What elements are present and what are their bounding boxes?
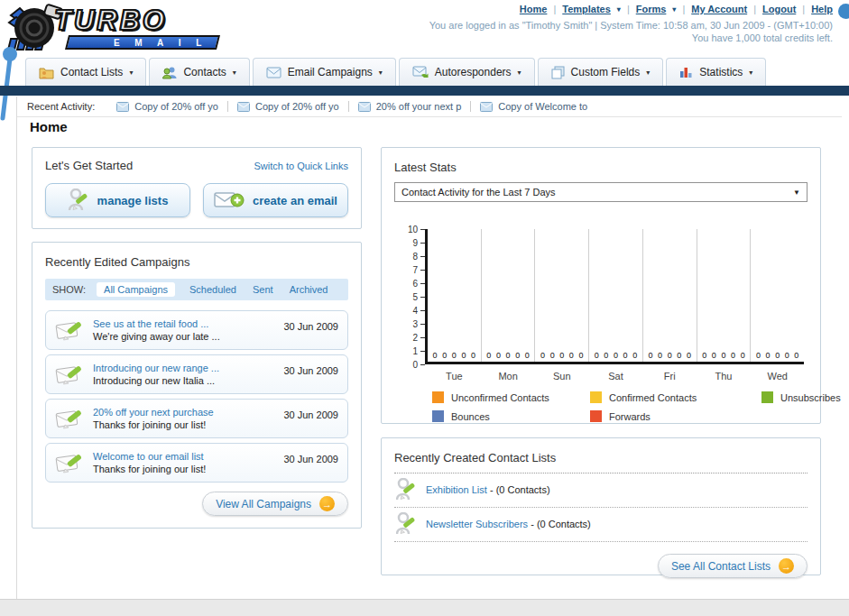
- view-all-campaigns-label: View All Campaigns: [216, 498, 311, 510]
- nav-link-logout[interactable]: Logout: [762, 4, 796, 14]
- y-tick-label: 0: [412, 360, 418, 370]
- campaign-filter[interactable]: Scheduled: [188, 282, 238, 297]
- contact-lists-title: Recently Created Contact Lists: [394, 451, 556, 464]
- nav-link-forms[interactable]: Forms: [636, 4, 667, 14]
- nav-separator: |: [682, 4, 685, 14]
- see-all-contact-lists-button[interactable]: See All Contact Lists →: [658, 554, 807, 578]
- view-all-campaigns-button[interactable]: View All Campaigns →: [202, 492, 348, 516]
- legend-label: Bounces: [451, 411, 490, 422]
- envelope-icon: [116, 102, 129, 112]
- y-tick-mark: [420, 337, 425, 338]
- campaign-subtitle: Thanks for joining our list!: [93, 464, 274, 474]
- nav-divider-bar: [0, 86, 849, 96]
- legend-label: Unsubscribes: [780, 392, 841, 403]
- campaign-filter[interactable]: All Campaigns: [97, 282, 175, 297]
- nav-link-help[interactable]: Help: [811, 4, 833, 14]
- chart-day-group: 00000Wed: [750, 229, 804, 362]
- y-tick-label: 2: [412, 333, 418, 343]
- campaign-subtitle: Introducing our new Italia ...: [93, 375, 274, 386]
- tab-autoresponders[interactable]: Autoresponders ▾: [399, 58, 535, 86]
- person-pencil-icon: [68, 188, 89, 212]
- annotation-dot: [838, 4, 849, 19]
- stats-period-value: Contact Activity for the Last 7 Days: [401, 187, 556, 198]
- recent-activity-item[interactable]: Copy of 20% off yo: [107, 101, 228, 112]
- nav-link-my-account[interactable]: My Account: [691, 4, 747, 14]
- legend-item: Unsubscribes: [761, 391, 841, 403]
- nav-separator: |: [627, 4, 630, 14]
- chart-day-values: 00000: [751, 351, 804, 360]
- envelope-plus-icon: [214, 189, 245, 211]
- campaign-filter[interactable]: Archived: [288, 282, 330, 297]
- chart-day-group: 00000Sun: [534, 229, 588, 362]
- tab-label: Custom Fields: [571, 66, 641, 78]
- chart-day-values: 00000: [697, 351, 751, 360]
- contact-lists-list: Exhibition List - (0 Contacts): [394, 473, 807, 542]
- recently-created-contact-lists-panel: Recently Created Contact Lists Exhibitio…: [381, 437, 821, 575]
- nav-link-templates[interactable]: Templates: [562, 4, 611, 14]
- chart-day-group: 00000Mon: [481, 229, 535, 362]
- campaign-row[interactable]: Introducing our new range ... Introducin…: [45, 354, 348, 394]
- campaign-filter[interactable]: Sent: [251, 282, 275, 297]
- create-email-button[interactable]: create an email: [203, 183, 348, 217]
- legend-label: Unconfirmed Contacts: [451, 392, 549, 403]
- campaign-row[interactable]: 20% off your next purchase Thanks for jo…: [45, 399, 348, 438]
- logged-in-text: You are logged in as "Timothy Smith" | S…: [429, 19, 833, 32]
- y-tick-label: 1: [412, 346, 418, 356]
- campaign-date: 30 Jun 2009: [283, 365, 338, 376]
- switch-quick-links[interactable]: Switch to Quick Links: [254, 161, 348, 171]
- contact-list-link[interactable]: Exhibition List: [426, 484, 487, 495]
- recent-activity-item[interactable]: Copy of 20% off yo: [228, 101, 349, 112]
- chevron-down-icon: ▾: [646, 69, 650, 77]
- brand-email-bar: E M A I L: [65, 35, 220, 50]
- main-nav-tabs: Contact Lists ▾ Contacts ▾ Email Campaig…: [25, 58, 766, 86]
- y-tick: 10: [408, 225, 425, 234]
- campaign-title-link[interactable]: See us at the retail food ...: [93, 318, 274, 329]
- tab-statistics[interactable]: Statistics ▾: [666, 58, 766, 86]
- recent-activity-item-label: Copy of 20% off yo: [255, 101, 339, 112]
- y-tick: 7: [412, 265, 425, 274]
- envelope-arrow-icon: [412, 66, 429, 78]
- recent-activity-label: Recent Activity:: [27, 101, 95, 112]
- manage-lists-button[interactable]: manage lists: [45, 183, 190, 217]
- campaign-title-link[interactable]: 20% off your next purchase: [93, 407, 274, 418]
- y-tick-mark: [420, 283, 425, 284]
- chart-day-group: 00000Thu: [697, 229, 751, 362]
- y-tick-mark: [420, 351, 425, 352]
- chart-day-group: 00000Tue: [428, 229, 481, 362]
- campaign-filter-bar: SHOW: All Campaigns Scheduled Sent Archi…: [45, 279, 348, 300]
- y-tick: 5: [412, 292, 425, 301]
- campaign-title-link[interactable]: Welcome to our email list: [93, 451, 274, 462]
- contact-list-link[interactable]: Newsletter Subscribers: [426, 519, 528, 529]
- chart-day-values: 00000: [643, 351, 697, 360]
- legend-label: Confirmed Contacts: [609, 392, 697, 403]
- tab-custom-fields[interactable]: Custom Fields ▾: [538, 58, 664, 86]
- legend-swatch: [590, 391, 602, 403]
- campaign-list: See us at the retail food ... We're givi…: [45, 310, 348, 483]
- person-pencil-icon: [396, 478, 417, 501]
- tab-contact-lists[interactable]: Contact Lists ▾: [25, 58, 146, 86]
- turbo-email-logo: TURBO E M A I L: [7, 3, 237, 53]
- y-tick: 6: [412, 279, 425, 288]
- contact-list-count: - (0 Contacts): [490, 484, 550, 495]
- tab-label: Email Campaigns: [288, 66, 373, 78]
- chart-day-label: Wed: [751, 371, 804, 382]
- envelope-pencil-icon: [55, 363, 84, 386]
- tab-email-campaigns[interactable]: Email Campaigns ▾: [253, 58, 396, 86]
- tab-contacts[interactable]: Contacts ▾: [149, 58, 249, 86]
- contact-list-item[interactable]: Exhibition List - (0 Contacts): [394, 473, 807, 508]
- recent-activity-item[interactable]: 20% off your next p: [349, 101, 472, 112]
- arrow-right-icon: →: [319, 496, 335, 511]
- chevron-down-icon: ▾: [749, 69, 752, 77]
- get-started-title: Let's Get Started: [45, 159, 133, 172]
- legend-item: Confirmed Contacts: [590, 391, 761, 403]
- campaign-row[interactable]: Welcome to our email list Thanks for joi…: [45, 443, 348, 483]
- recent-activity-item[interactable]: Copy of Welcome to: [471, 101, 596, 112]
- show-label: SHOW:: [52, 284, 86, 295]
- stats-period-select[interactable]: Contact Activity for the Last 7 Days ▼: [394, 182, 807, 202]
- nav-link-home[interactable]: Home: [520, 4, 548, 14]
- y-tick: 0: [412, 360, 425, 369]
- y-tick-mark: [420, 256, 425, 257]
- contact-list-item[interactable]: Newsletter Subscribers - (0 Contacts): [394, 508, 807, 542]
- campaign-title-link[interactable]: Introducing our new range ...: [93, 363, 274, 373]
- campaign-row[interactable]: See us at the retail food ... We're givi…: [45, 310, 348, 350]
